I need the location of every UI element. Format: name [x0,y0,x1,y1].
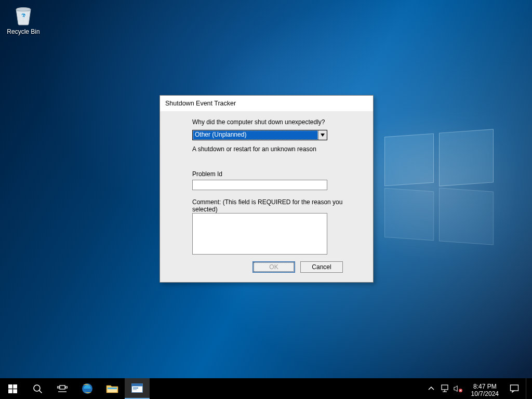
taskbar-time: 8:47 PM [471,383,499,390]
search-icon [33,384,43,394]
svg-rect-17 [133,389,137,390]
svg-rect-8 [58,387,59,388]
start-button[interactable] [0,378,25,399]
cancel-button[interactable]: Cancel [300,261,343,273]
search-button[interactable] [25,378,50,399]
chevron-down-icon [318,130,327,140]
problem-id-input[interactable] [192,180,327,190]
svg-rect-3 [8,389,12,393]
taskbar-app-file-explorer[interactable] [100,378,125,399]
comment-textarea[interactable] [192,213,327,255]
svg-rect-15 [132,384,143,387]
svg-line-6 [39,390,42,393]
svg-rect-16 [133,388,138,389]
svg-rect-24 [511,385,518,391]
action-center-button[interactable] [507,384,522,393]
file-explorer-icon [106,383,118,394]
taskbar: 8:47 PM 10/7/2024 [0,378,532,399]
taskbar-app-ie[interactable] [75,378,100,399]
desktop-wallpaper[interactable]: Recycle Bin Shutdown Event Tracker Why d… [0,0,532,378]
chevron-up-icon [428,385,434,392]
recycle-bin-label: Recycle Bin [4,28,43,35]
shutdown-event-tracker-dialog: Shutdown Event Tracker Why did the compu… [159,95,374,283]
dialog-title[interactable]: Shutdown Event Tracker [160,96,373,111]
comment-label: Comment: (This field is REQUIRED for the… [192,198,357,213]
ok-button[interactable]: OK [252,261,295,273]
task-view-button[interactable] [50,378,75,399]
problem-id-label: Problem Id [192,170,357,178]
taskbar-clock[interactable]: 8:47 PM 10/7/2024 [467,380,503,397]
task-view-icon [57,384,68,393]
svg-rect-9 [66,387,68,388]
svg-rect-13 [108,388,117,389]
reason-description: A shutdown or restart for an unknown rea… [192,145,357,153]
system-tray: 8:47 PM 10/7/2024 [423,378,532,399]
tray-volume-button[interactable] [454,384,463,393]
svg-rect-2 [13,384,17,389]
notifications-icon [510,384,519,393]
application-window-icon [131,383,143,393]
taskbar-app-shutdown-tracker[interactable] [125,378,150,399]
volume-muted-icon [454,384,463,393]
reason-dropdown[interactable]: Other (Unplanned) [192,130,327,140]
tray-overflow-button[interactable] [427,384,436,393]
reason-selected-text: Other (Unplanned) [193,130,318,140]
svg-rect-4 [13,389,17,393]
svg-point-0 [16,8,31,11]
tray-network-button[interactable] [440,384,449,393]
svg-rect-18 [442,385,448,390]
svg-point-5 [34,385,40,391]
recycle-bin-icon [11,2,36,27]
windows-logo-icon [8,384,17,393]
dialog-question: Why did the computer shut down unexpecte… [192,118,357,126]
network-icon [440,384,449,393]
taskbar-date: 10/7/2024 [471,390,499,397]
internet-explorer-icon [81,382,94,395]
wallpaper-windows-logo [384,135,494,244]
svg-rect-1 [8,384,12,389]
svg-rect-7 [60,385,65,389]
recycle-bin-desktop-icon[interactable]: Recycle Bin [4,2,43,35]
show-desktop-button[interactable] [526,378,529,399]
